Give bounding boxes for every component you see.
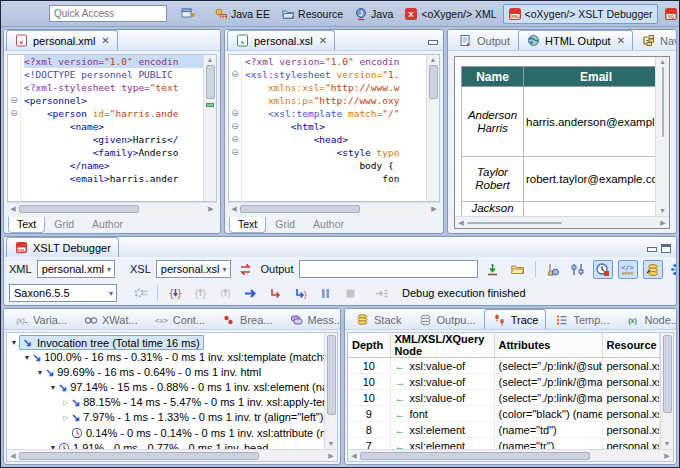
code-line[interactable]: <person id="harris.ande [24,107,203,120]
link-output-icon[interactable] [483,260,503,279]
tab-mess[interactable]: Mess... [281,309,342,329]
scroll-left-icon[interactable]: ◀ [7,204,19,214]
code-line[interactable]: <family>Anderso [24,146,203,159]
open-output-folder-icon[interactable] [508,260,528,279]
fold-gutter[interactable]: ⊖⊖⊖⊖⊖ [229,55,242,201]
horizontal-scrollbar[interactable]: ◀ ▶ [7,449,337,461]
code-line[interactable]: <name> [24,120,203,133]
scroll-thumb[interactable] [467,222,562,224]
minimize-icon[interactable] [428,37,438,46]
expander-closed-icon[interactable]: ▷ [61,399,71,407]
code-line[interactable]: <given>Harris</ [24,133,203,146]
code-line[interactable]: fon [245,172,426,185]
collect-stack-icon[interactable] [643,260,663,279]
scroll-thumb[interactable] [429,65,438,99]
tab-outpu[interactable]: Outpu... [410,309,484,329]
open-perspective-button[interactable] [177,5,199,23]
run-to-cursor-icon[interactable] [265,284,285,303]
scroll-down-icon[interactable]: ▼ [325,439,337,449]
code-line[interactable]: </name> [24,159,203,172]
scroll-thumb[interactable] [19,452,259,460]
tab-brea[interactable]: Brea... [213,309,280,329]
mode-tab-grid[interactable]: Grid [266,217,304,233]
col-depth[interactable]: Depth [348,333,390,358]
code-area[interactable]: <?xml version="1.0" encodin<xsl:styleshe… [242,55,426,201]
scroll-right-icon[interactable]: ▶ [325,451,337,461]
fold-collapse-icon[interactable]: ⊖ [229,120,241,133]
fold-collapse-icon[interactable]: ⊖ [229,133,241,146]
tab-varia[interactable]: (x)Varia... [6,309,75,329]
tree-row[interactable]: ▼↘97.14% - 15 ms - 0.88% - 0 ms 1 inv. x… [9,380,324,395]
code-line[interactable]: body { [245,159,426,172]
tree-row[interactable]: ▼1.91% - 0 ms - 0.77% - 0 ms 1 inv. head [9,440,324,449]
scroll-down-icon[interactable]: ▼ [657,206,669,216]
fold-collapse-icon[interactable]: ⊖ [8,94,20,107]
horizontal-scrollbar[interactable]: ◀ ▶ [228,202,440,214]
run-to-end-icon[interactable]: } [290,284,310,303]
tab-navigator[interactable]: Navigator [633,30,677,50]
scroll-right-icon[interactable]: ▶ [205,204,217,214]
editor-xsl-body[interactable]: ⊖⊖⊖⊖⊖ <?xml version="1.0" encodin<xsl:st… [225,51,443,214]
expander-open-icon[interactable]: ▼ [9,339,19,346]
pause-icon[interactable] [315,284,335,303]
scroll-thumb[interactable] [360,452,590,460]
tab-xwat[interactable]: XWat... [75,309,146,329]
tree-row[interactable]: ▼↘Invocation tree (Total time 16 ms) [9,335,324,350]
step-into-icon[interactable]: {} [165,284,185,303]
minimize-icon[interactable] [647,244,657,253]
code-line[interactable]: <head> [245,133,426,146]
close-icon[interactable]: ✕ [101,35,109,46]
mode-tab-grid[interactable]: Grid [45,217,83,233]
code-line[interactable]: xmlns:xsl="http://www.w [245,81,426,94]
horizontal-scrollbar[interactable]: ◀ ▶ [7,202,217,214]
horizontal-scrollbar[interactable]: ◀ ▶ [348,449,673,461]
scroll-right-icon[interactable]: ▶ [661,451,673,461]
code-line[interactable]: <style type [245,146,426,159]
scroll-left-icon[interactable]: ◀ [7,451,19,461]
vertical-scrollbar[interactable]: ▲ [203,55,216,201]
code-line[interactable]: <?xml version="1.0" encodin [245,55,426,68]
tab-cont[interactable]: <x>Cont... [146,309,213,329]
scroll-thumb[interactable] [240,205,360,213]
editor-xml-body[interactable]: ⊖⊖ <?xml version="1.0" encodin<!DOCTYPE … [4,51,220,214]
tree-row[interactable]: ▼↘99.69% - 16 ms - 0.64% - 0 ms 1 inv. h… [9,365,324,380]
tree-row[interactable]: 0.14% - 0 ms - 0.14% - 0 ms 1 inv. xsl:a… [9,425,324,440]
engine-options-icon[interactable] [130,284,150,303]
code-line[interactable]: <personnel> [24,94,203,107]
trace-row[interactable]: 10→xsl:value-of(select="./p:link/@man...… [348,374,660,390]
swap-sources-icon[interactable] [236,260,256,279]
step-over-icon[interactable]: {} [190,284,210,303]
trace-row[interactable]: 10←xsl:value-of(select="./p:link/@subo..… [348,358,660,374]
expander-open-icon[interactable]: ▼ [35,369,45,376]
output-file-input[interactable] [299,260,478,278]
scroll-up-icon[interactable]: ▲ [427,55,439,65]
mode-tab-author[interactable]: Author [83,217,132,233]
perspective-button-2[interactable]: JJava [349,4,398,24]
step-out-icon[interactable]: () [215,284,235,303]
tab-output[interactable]: Output [450,30,518,50]
vertical-scrollbar[interactable]: ▼ [660,333,673,449]
expander-closed-icon[interactable]: ▷ [61,414,71,422]
code-line[interactable]: <?xml version="1.0" encodin [24,55,203,68]
perspective-button-4[interactable]: XSL<oXygen/> XSLT Debugger [503,4,658,24]
scroll-left-icon[interactable]: ◀ [228,204,240,214]
run-mode-icon[interactable] [543,260,563,279]
stop-icon[interactable] [340,284,360,303]
tree-row[interactable]: ▷↘7.97% - 1 ms - 1.33% - 0 ms 1 inv. tr … [9,410,324,425]
expander-open-icon[interactable]: ▼ [48,384,58,391]
expander-open-icon[interactable]: ▼ [22,354,32,361]
scroll-right-icon[interactable]: ▶ [657,218,669,228]
code-line[interactable]: <!DOCTYPE personnel PUBLIC [24,68,203,81]
scroll-down-icon[interactable]: ▼ [661,439,673,449]
code-line[interactable]: xmlns:p="http://www.oxy [245,94,426,107]
show-source-mapping-icon[interactable]: </> [618,260,638,279]
tree-row[interactable]: ▷↘88.15% - 14 ms - 5.47% - 0 ms 1 inv. x… [9,395,324,410]
col-attributes[interactable]: Attributes [494,333,602,358]
xml-source-select[interactable]: personal.xml▾ [37,260,115,278]
vertical-scrollbar[interactable]: ▼ [324,333,337,449]
debugger-settings-gear-icon[interactable] [668,260,677,279]
scroll-thumb[interactable] [327,335,336,415]
profiler-time-icon[interactable] [593,260,613,279]
scroll-left-icon[interactable]: ◀ [348,451,360,461]
tab-node[interactable]: (x)Node... [617,309,677,329]
